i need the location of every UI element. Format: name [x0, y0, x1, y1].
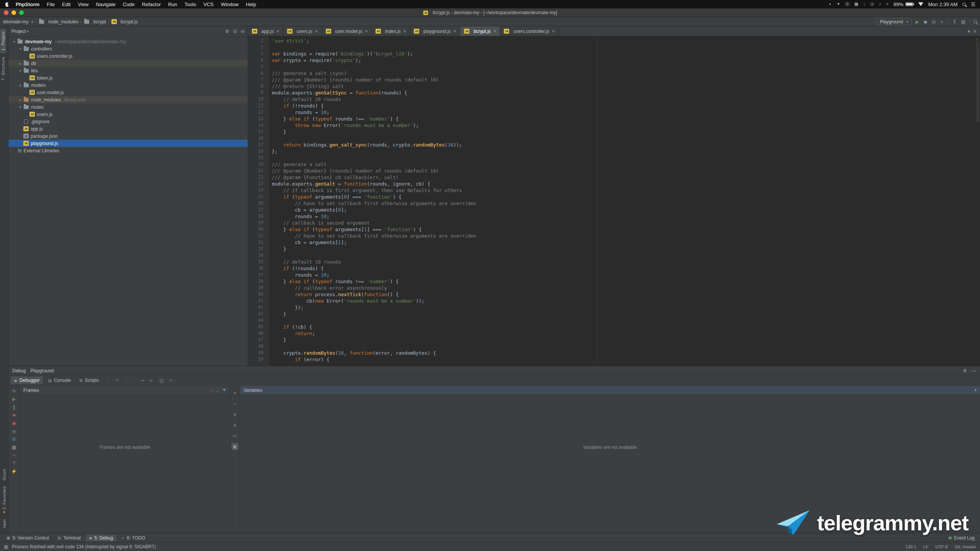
line-number[interactable]: 49 [248, 350, 268, 356]
code-line[interactable] [269, 64, 980, 70]
line-number[interactable]: 35 [248, 259, 268, 265]
code-lines[interactable]: 'use strict'; var bindings = require('bi… [269, 36, 980, 366]
show-watches-icon[interactable]: ▣ [232, 443, 238, 450]
line-number[interactable]: 39 [248, 285, 268, 291]
breadcrumb-item-bcrypt[interactable]: bcrypt [83, 19, 106, 24]
line-number[interactable]: 27 [248, 207, 268, 213]
code-line[interactable] [269, 252, 980, 259]
code-line[interactable]: rounds = 10; [269, 272, 980, 278]
tab-close-icon[interactable]: × [403, 28, 407, 34]
update-project-icon[interactable]: ↧ [953, 19, 957, 24]
tree-item-models[interactable]: ▾models [8, 82, 248, 89]
tool-window-button-2-favorites[interactable]: ★2: Favorites [1, 483, 7, 517]
line-number[interactable]: 22 [248, 174, 268, 181]
close-icon[interactable]: × [13, 453, 15, 458]
code-line[interactable]: } [269, 246, 980, 252]
launchpad-grid-icon[interactable]: ▦ [854, 2, 858, 7]
code-line[interactable]: } [269, 311, 980, 317]
tree-item-external-libraries[interactable]: ▤External Libraries [8, 147, 248, 154]
hide-panel-icon[interactable]: — [972, 368, 976, 373]
code-line[interactable]: // default 10 rounds [269, 259, 980, 265]
menu-item-view[interactable]: View [78, 2, 88, 7]
collapse-arrow-icon[interactable]: ▾ [18, 105, 23, 109]
rerun-icon[interactable]: ↻ [12, 389, 16, 393]
run-to-cursor-icon[interactable]: ⇥ [140, 378, 144, 383]
menu-item-phpstorm[interactable]: PhpStorm [16, 2, 39, 7]
tree-item-package-json[interactable]: {}package.json [8, 132, 248, 140]
app-indicator-icon[interactable]: ✦ [836, 2, 840, 7]
wave-icon[interactable]: ≈ [886, 2, 889, 7]
run-config-select[interactable]: Playground ▾ [876, 18, 911, 25]
settings-gear-icon[interactable]: ⚙ [963, 368, 967, 373]
line-number[interactable]: 47 [248, 337, 268, 343]
expand-arrow-icon[interactable]: ▸ [18, 98, 23, 102]
breadcrumb-item-bcrypt-js[interactable]: JSbcrypt.js [111, 19, 138, 24]
display-mirror-icon[interactable]: ◐ [829, 2, 832, 7]
menubar-clock[interactable]: Mon 2:39 AM [928, 2, 958, 7]
line-number[interactable]: 12 [248, 109, 268, 116]
tool-window-button-terminal[interactable]: ▤Terminal [54, 535, 84, 541]
collapse-arrow-icon[interactable]: ▾ [18, 83, 23, 87]
menu-item-window[interactable]: Window [221, 2, 238, 7]
code-line[interactable] [269, 343, 980, 350]
line-number[interactable]: 10 [248, 96, 268, 103]
line-number[interactable]: 50 [248, 356, 268, 363]
code-line[interactable]: } [269, 337, 980, 343]
code-line[interactable]: } else if (typeof rounds !== 'number') { [269, 116, 980, 122]
line-number[interactable]: 32 [248, 239, 268, 246]
view-options-icon[interactable]: ≡ [169, 378, 172, 383]
code-line[interactable]: } else if (typeof rounds !== 'number') { [269, 278, 980, 285]
move-down-icon[interactable]: ∨ [232, 422, 238, 429]
menu-item-file[interactable]: File [47, 2, 55, 7]
stop-icon[interactable]: ■ [13, 413, 15, 417]
event-log-button[interactable]: Event Log [949, 535, 977, 541]
spotlight-icon[interactable] [962, 3, 966, 6]
code-line[interactable]: throw new Error('rounds must be a number… [269, 122, 980, 129]
code-line[interactable]: } [269, 129, 980, 135]
code-line[interactable]: return; [269, 330, 980, 337]
project-panel-title[interactable]: Project [11, 29, 26, 34]
line-number[interactable]: 19 [248, 155, 268, 161]
tool-window-button-7-structure[interactable]: 7: Structure [0, 54, 6, 83]
code-line[interactable]: // callback is second argument [269, 220, 980, 226]
battery-widget[interactable]: 99% [893, 2, 913, 7]
line-number[interactable]: 45 [248, 324, 268, 330]
resume-icon[interactable]: ▶ [12, 397, 16, 401]
tab-list-icon[interactable]: ≡ [973, 29, 976, 34]
code-line[interactable]: rounds = 10; [269, 213, 980, 220]
view-breakpoints-icon[interactable]: ◉ [12, 421, 16, 425]
tree-item-gitignore[interactable]: .gitignore [8, 118, 248, 125]
line-number[interactable]: 1 [248, 37, 268, 44]
duplicate-watch-icon[interactable]: ▭ [232, 432, 238, 439]
tree-item-users-js[interactable]: JSusers.js [8, 111, 248, 118]
filter-icon[interactable] [222, 389, 226, 391]
download-icon[interactable]: ↓ [863, 2, 866, 7]
mute-breakpoints-icon[interactable]: ◎ [12, 429, 16, 434]
pin-tab-icon[interactable]: ▦ [12, 445, 16, 450]
line-number[interactable]: 43 [248, 311, 268, 317]
code-line[interactable]: var crypto = require('crypto'); [269, 57, 980, 64]
tree-item-user-model-js[interactable]: JSuser.model.js [8, 89, 248, 96]
line-number[interactable]: 14 [248, 122, 268, 129]
editor-tab-user-model-js[interactable]: JSuser.model.js× [322, 26, 372, 36]
line-number[interactable]: 16 [248, 135, 268, 142]
pause-icon[interactable]: ∥ [13, 405, 15, 409]
tree-item-devmate-my[interactable]: ▾devmate-my~/workspace/devmate/devmate-m… [8, 38, 248, 45]
line-number[interactable]: 31 [248, 233, 268, 239]
tool-window-button-6-todo[interactable]: ✓6: TODO [118, 535, 149, 541]
caret-position-widget[interactable]: 136:1 [905, 544, 916, 549]
tree-item-token-js[interactable]: JStoken.js [8, 74, 248, 82]
debug-bug-icon[interactable]: ◆ [924, 19, 927, 24]
editor-tab-playground-js[interactable]: JSplayground.js× [410, 26, 460, 36]
line-number[interactable]: 28 [248, 213, 268, 220]
line-number[interactable]: 41 [248, 298, 268, 304]
breadcrumb-item-devmate-my[interactable]: devmate-my▾ [3, 19, 33, 24]
menu-item-tools[interactable]: Tools [185, 2, 196, 7]
line-number[interactable]: 25 [248, 194, 268, 200]
code-line[interactable]: module.exports.genSaltSync = function(ro… [269, 90, 980, 96]
code-editor[interactable]: 1234567891011121314151617181920212223242… [248, 36, 980, 366]
run-icon[interactable]: ▶ [915, 19, 919, 24]
editor-gutter[interactable]: 1234567891011121314151617181920212223242… [248, 36, 269, 366]
menu-item-navigate[interactable]: Navigate [96, 2, 115, 7]
code-line[interactable]: // have to set callback first otherwise … [269, 200, 980, 207]
